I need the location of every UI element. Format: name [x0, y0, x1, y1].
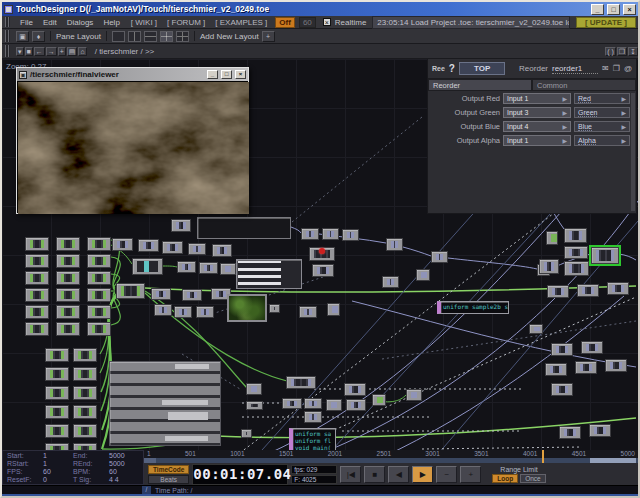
realtime-checkbox[interactable]: × [323, 18, 331, 26]
once-button[interactable]: Once [520, 474, 546, 483]
network-node-b[interactable] [196, 306, 214, 318]
network-node-b[interactable] [112, 238, 133, 251]
network-node-g[interactable] [87, 288, 111, 302]
network-node-thumb[interactable] [227, 294, 267, 322]
layout-preset-threeway[interactable] [160, 31, 173, 42]
network-node-b[interactable] [581, 341, 603, 354]
network-node-g[interactable] [45, 443, 69, 450]
network-node-b[interactable] [559, 426, 581, 439]
range-thumb-left[interactable] [144, 458, 156, 463]
update-button[interactable]: [ UPDATE ] [576, 17, 636, 28]
playhead[interactable] [542, 450, 544, 463]
maximize-button[interactable]: □ [607, 4, 620, 15]
network-node-b[interactable] [151, 288, 171, 300]
timeline-ruler[interactable]: 1501100115012001250130013501400145015000 [144, 450, 638, 458]
network-node-b[interactable] [416, 269, 430, 281]
network-node-g[interactable] [73, 367, 97, 381]
network-node-g[interactable] [73, 443, 97, 450]
timeline-range-bar[interactable] [144, 458, 638, 463]
network-node-b[interactable] [299, 306, 317, 318]
viewer-window[interactable]: ▣ /tierschmier/finalviewer _ □ × [16, 67, 249, 214]
network-node-b[interactable] [154, 304, 172, 316]
comment-icon[interactable]: ✉ [602, 64, 609, 73]
param-input-menu[interactable]: Input 3▶ [503, 107, 571, 118]
layout-preset-hsplit[interactable] [144, 31, 157, 42]
network-node-datp[interactable]: uniform sample2b step [437, 301, 509, 314]
network-node-b[interactable] [346, 399, 366, 411]
network-node-b[interactable] [326, 399, 342, 411]
network-node-b[interactable] [246, 383, 262, 395]
viewer-minimize-button[interactable]: _ [207, 70, 218, 79]
network-node-b[interactable] [344, 383, 366, 396]
menu-file[interactable]: File [15, 18, 38, 27]
range-thumb-right[interactable] [590, 458, 636, 463]
jump-start-button[interactable]: |◀ [340, 466, 361, 483]
audio-icon[interactable]: ♦ [32, 31, 45, 42]
network-node-b[interactable] [545, 363, 567, 376]
network-node-b[interactable] [551, 383, 573, 396]
network-node-b[interactable] [575, 361, 597, 374]
network-node-b[interactable] [220, 263, 236, 275]
drag-grip[interactable] [5, 17, 10, 27]
network-node-b[interactable] [182, 289, 202, 301]
timeline-setting-value[interactable]: 0 [43, 476, 73, 483]
tab-reorder[interactable]: Reorder [428, 79, 532, 91]
network-node-g[interactable] [25, 254, 49, 268]
beats-mode-button[interactable]: Beats [148, 475, 189, 484]
nav-1-icon[interactable]: ■ [25, 47, 33, 56]
network-node-g[interactable] [87, 322, 111, 336]
network-node-p[interactable] [269, 304, 280, 313]
param-channel-menu[interactable]: Blue▶ [574, 121, 630, 132]
nav-4-icon[interactable]: + [58, 47, 66, 56]
timeline-setting-value[interactable]: 1 [43, 460, 73, 467]
add-layout-button[interactable]: + [262, 31, 275, 42]
nav-6-icon[interactable]: ⌂ [78, 47, 86, 56]
network-node-datp2[interactable]: uniform sauniform flvoid main( [289, 428, 336, 450]
viewer-maximize-button[interactable]: □ [221, 70, 232, 79]
network-node-cyan[interactable] [132, 258, 163, 275]
network-node-g[interactable] [73, 424, 97, 438]
network-node-g[interactable] [45, 367, 69, 381]
corner-1-icon[interactable]: ❐ [617, 47, 627, 56]
viewer-title-bar[interactable]: ▣ /tierschmier/finalviewer _ □ × [17, 68, 248, 81]
network-node-g[interactable] [45, 424, 69, 438]
network-node-b[interactable] [605, 359, 627, 372]
network-node-tabled[interactable] [236, 259, 302, 289]
layout-preset-grid[interactable] [176, 31, 189, 42]
network-node-b[interactable] [564, 261, 589, 276]
network-node-g[interactable] [45, 405, 69, 419]
param-channel-menu[interactable]: Green▶ [574, 107, 630, 118]
timeline-setting-value[interactable]: 1 [43, 452, 73, 459]
network-node-sel[interactable] [591, 247, 619, 264]
nav-0-icon[interactable]: ▾ [16, 47, 24, 56]
network-node-b[interactable] [188, 243, 206, 255]
network-node-b[interactable] [301, 228, 319, 240]
timeline-setting-value[interactable]: 60 [43, 468, 73, 475]
network-node-b[interactable] [406, 389, 422, 401]
step-back-button[interactable]: − [436, 466, 457, 483]
network-node-b[interactable] [577, 284, 599, 297]
wiki-link[interactable]: [ WIKI ] [127, 18, 161, 27]
network-node-g[interactable] [73, 348, 97, 362]
network-node-b[interactable] [199, 262, 218, 274]
network-node-p[interactable] [246, 401, 263, 410]
network-node-g[interactable] [73, 386, 97, 400]
network-node-g[interactable] [25, 288, 49, 302]
stop-button[interactable]: ■ [364, 466, 385, 483]
tab-common[interactable]: Common [532, 79, 636, 91]
network-node-g[interactable] [56, 288, 80, 302]
nav-2-icon[interactable]: ← [34, 47, 45, 56]
nav-3-icon[interactable]: → [46, 47, 57, 56]
operator-family-button[interactable]: TOP [459, 62, 505, 75]
network-node-g[interactable] [87, 305, 111, 319]
timeline-setting-value[interactable]: 5000 [109, 452, 139, 459]
play-button[interactable]: ▶ [412, 466, 433, 483]
network-node-b[interactable] [177, 261, 196, 273]
network-node-graphp[interactable] [197, 217, 291, 239]
network-node-b[interactable] [607, 282, 629, 295]
network-node-b[interactable] [342, 229, 359, 241]
network-node-b[interactable] [322, 228, 339, 240]
network-node-b[interactable] [282, 398, 302, 409]
network-node-b[interactable] [529, 324, 543, 334]
network-node-g[interactable] [25, 237, 49, 251]
